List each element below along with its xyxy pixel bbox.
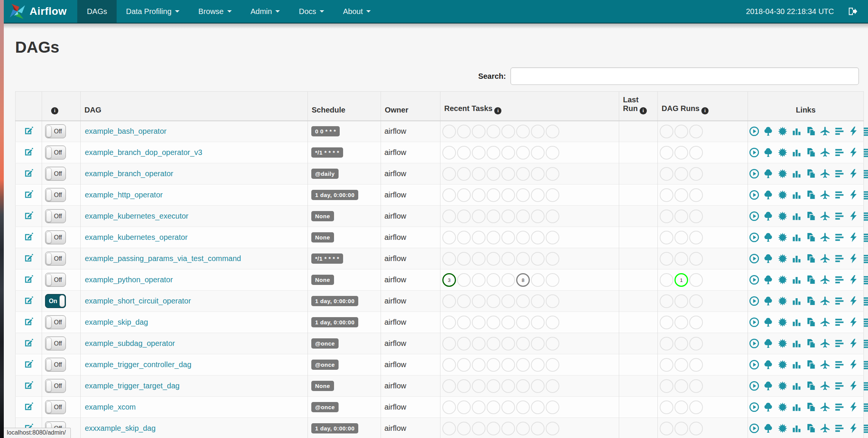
tree-view-link[interactable] xyxy=(763,338,773,349)
gantt-link[interactable] xyxy=(834,338,845,349)
dag-pause-toggle[interactable]: Off xyxy=(45,358,66,372)
tree-view-link[interactable] xyxy=(763,402,773,412)
task-duration-link[interactable] xyxy=(792,296,802,306)
landing-times-link[interactable] xyxy=(820,338,830,349)
trigger-dag-link[interactable] xyxy=(749,190,759,200)
edit-dag-button[interactable] xyxy=(23,125,34,137)
code-link[interactable] xyxy=(848,253,859,264)
gantt-link[interactable] xyxy=(834,211,845,221)
header-schedule[interactable]: Schedule xyxy=(308,92,381,121)
code-link[interactable] xyxy=(848,190,859,200)
dag-name-link[interactable]: example_skip_dag xyxy=(85,318,148,326)
task-duration-link[interactable] xyxy=(792,402,802,412)
code-link[interactable] xyxy=(848,169,859,179)
trigger-dag-link[interactable] xyxy=(749,232,759,242)
gantt-link[interactable] xyxy=(834,423,845,433)
trigger-dag-link[interactable] xyxy=(749,126,759,136)
dag-name-link[interactable]: example_trigger_controller_dag xyxy=(85,360,191,369)
task-tries-link[interactable] xyxy=(806,381,816,391)
edit-dag-button[interactable] xyxy=(23,232,34,243)
task-tries-link[interactable] xyxy=(806,317,816,327)
code-link[interactable] xyxy=(848,338,859,349)
tree-view-link[interactable] xyxy=(763,232,773,242)
nav-item-docs[interactable]: Docs xyxy=(289,0,334,23)
logs-link[interactable] xyxy=(863,381,868,391)
task-duration-link[interactable] xyxy=(792,147,802,158)
nav-item-browse[interactable]: Browse xyxy=(189,0,241,23)
edit-dag-button[interactable] xyxy=(23,147,34,158)
dag-pause-toggle[interactable]: Off xyxy=(45,315,66,329)
gantt-link[interactable] xyxy=(834,169,845,179)
task-tries-link[interactable] xyxy=(806,253,816,264)
graph-view-link[interactable] xyxy=(777,147,788,158)
trigger-dag-link[interactable] xyxy=(749,402,759,412)
search-input[interactable] xyxy=(510,67,859,85)
dag-pause-toggle[interactable]: Off xyxy=(45,252,66,266)
logs-link[interactable] xyxy=(863,253,868,264)
dag-name-link[interactable]: example_trigger_target_dag xyxy=(85,382,180,390)
dag-pause-toggle[interactable]: Off xyxy=(45,188,66,202)
dag-name-link[interactable]: example_python_operator xyxy=(85,275,173,284)
logs-link[interactable] xyxy=(863,169,868,179)
dag-name-link[interactable]: example_passing_params_via_test_command xyxy=(85,254,241,263)
tree-view-link[interactable] xyxy=(763,423,773,433)
dag-pause-toggle[interactable]: Off xyxy=(45,336,66,350)
graph-view-link[interactable] xyxy=(777,232,788,242)
tree-view-link[interactable] xyxy=(763,253,773,264)
dag-run-circle[interactable]: 1 xyxy=(674,273,688,287)
edit-dag-button[interactable] xyxy=(23,380,34,392)
edit-dag-button[interactable] xyxy=(23,189,34,201)
trigger-dag-link[interactable] xyxy=(749,253,759,264)
code-link[interactable] xyxy=(848,147,859,158)
recent-task-circle[interactable]: 8 xyxy=(516,273,530,287)
landing-times-link[interactable] xyxy=(820,423,830,433)
dag-name-link[interactable]: example_http_operator xyxy=(85,191,163,199)
trigger-dag-link[interactable] xyxy=(749,169,759,179)
gantt-link[interactable] xyxy=(834,360,845,370)
logs-link[interactable] xyxy=(863,147,868,158)
dag-name-link[interactable]: example_kubernetes_operator xyxy=(85,233,187,241)
edit-dag-button[interactable] xyxy=(23,274,34,286)
graph-view-link[interactable] xyxy=(777,126,788,136)
trigger-dag-link[interactable] xyxy=(749,147,759,158)
task-tries-link[interactable] xyxy=(806,296,816,306)
graph-view-link[interactable] xyxy=(777,253,788,264)
edit-dag-button[interactable] xyxy=(23,168,34,180)
graph-view-link[interactable] xyxy=(777,360,788,370)
tree-view-link[interactable] xyxy=(763,296,773,306)
task-duration-link[interactable] xyxy=(792,190,802,200)
code-link[interactable] xyxy=(848,211,859,221)
graph-view-link[interactable] xyxy=(777,317,788,327)
gantt-link[interactable] xyxy=(834,381,845,391)
landing-times-link[interactable] xyxy=(820,147,830,158)
nav-item-dags[interactable]: DAGs xyxy=(77,0,116,23)
gantt-link[interactable] xyxy=(834,317,845,327)
graph-view-link[interactable] xyxy=(777,275,788,285)
dag-name-link[interactable]: example_short_circuit_operator xyxy=(85,297,191,305)
code-link[interactable] xyxy=(848,360,859,370)
dag-name-link[interactable]: exxxample_skip_dag xyxy=(85,424,156,432)
logs-link[interactable] xyxy=(863,126,868,136)
landing-times-link[interactable] xyxy=(820,296,830,306)
task-duration-link[interactable] xyxy=(792,232,802,242)
tree-view-link[interactable] xyxy=(763,126,773,136)
dag-pause-toggle[interactable]: Off xyxy=(45,379,66,393)
dag-pause-toggle[interactable]: Off xyxy=(45,124,66,138)
task-duration-link[interactable] xyxy=(792,338,802,349)
task-duration-link[interactable] xyxy=(792,423,802,433)
graph-view-link[interactable] xyxy=(777,296,788,306)
edit-dag-button[interactable] xyxy=(23,316,34,328)
logs-link[interactable] xyxy=(863,338,868,349)
header-dag[interactable]: DAG xyxy=(81,92,308,121)
task-tries-link[interactable] xyxy=(806,126,816,136)
graph-view-link[interactable] xyxy=(777,423,788,433)
landing-times-link[interactable] xyxy=(820,126,830,136)
trigger-dag-link[interactable] xyxy=(749,423,759,433)
task-duration-link[interactable] xyxy=(792,275,802,285)
edit-dag-button[interactable] xyxy=(23,401,34,413)
tree-view-link[interactable] xyxy=(763,381,773,391)
trigger-dag-link[interactable] xyxy=(749,360,759,370)
landing-times-link[interactable] xyxy=(820,360,830,370)
task-tries-link[interactable] xyxy=(806,338,816,349)
dag-pause-toggle[interactable]: On xyxy=(45,294,66,308)
